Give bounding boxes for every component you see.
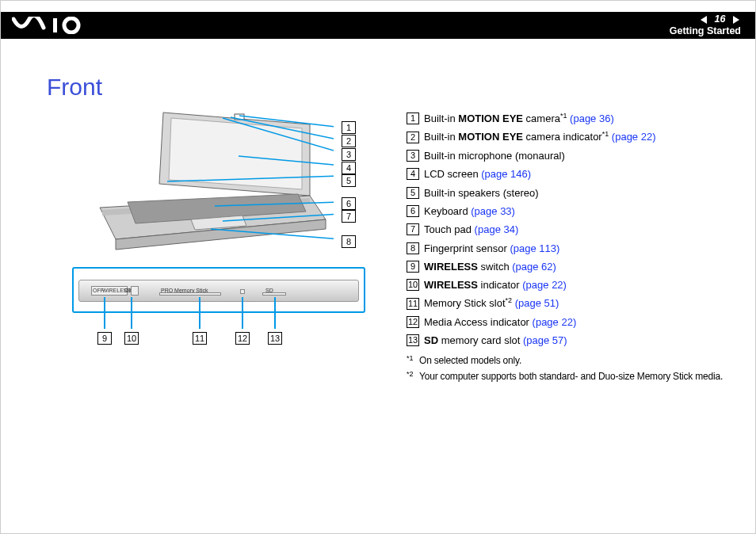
footnotes: *1On selected models only.*2Your compute… bbox=[407, 353, 739, 383]
footnote: *1On selected models only. bbox=[407, 353, 739, 368]
callout-box: 2 bbox=[342, 135, 356, 147]
page-ref-link[interactable]: (page 113) bbox=[510, 242, 559, 254]
legend-text: Fingerprint sensor (page 113) bbox=[424, 242, 559, 254]
legend-number: 4 bbox=[407, 168, 419, 180]
legend-text: WIRELESS indicator (page 22) bbox=[424, 279, 567, 291]
callout-box: 8 bbox=[342, 235, 356, 248]
legend-number: 12 bbox=[407, 316, 419, 328]
page-ref-link[interactable]: (page 22) bbox=[612, 131, 656, 143]
legend-number: 3 bbox=[407, 150, 419, 162]
legend-row: 6Keyboard (page 33) bbox=[407, 203, 739, 219]
page-ref-link[interactable]: (page 22) bbox=[522, 279, 567, 291]
legend-row: 8Fingerprint sensor (page 113) bbox=[407, 240, 739, 256]
callout-box: 13 bbox=[268, 332, 282, 345]
page-title: Front bbox=[47, 74, 102, 101]
callout-box: 5 bbox=[342, 174, 356, 187]
next-page-icon[interactable] bbox=[733, 16, 739, 24]
legend-number: 9 bbox=[407, 261, 419, 273]
page-ref-link[interactable]: (page 57) bbox=[523, 334, 567, 346]
callout-box: 3 bbox=[342, 148, 356, 161]
callout-box: 6 bbox=[342, 197, 356, 210]
callout-box: 9 bbox=[97, 332, 112, 345]
legend-number: 8 bbox=[407, 242, 419, 254]
legend-text: Built-in speakers (stereo) bbox=[424, 186, 539, 198]
legend-number: 6 bbox=[407, 205, 419, 217]
callout-box: 11 bbox=[193, 332, 207, 345]
legend-row: 5Built-in speakers (stereo) bbox=[407, 185, 739, 200]
callout-box: 4 bbox=[342, 162, 356, 174]
legend-text: WIRELESS switch (page 62) bbox=[424, 261, 556, 273]
page-nav: 16 bbox=[670, 13, 741, 25]
page-ref-link[interactable]: (page 34) bbox=[475, 223, 519, 235]
vaio-logo-svg bbox=[12, 17, 99, 34]
legend-number: 5 bbox=[407, 187, 419, 199]
legend-row: 7Touch pad (page 34) bbox=[407, 221, 739, 237]
legend-row: 4LCD screen (page 146) bbox=[407, 166, 739, 181]
laptop-drawing bbox=[72, 109, 334, 267]
prev-page-icon[interactable] bbox=[701, 16, 707, 24]
legend-number: 7 bbox=[407, 223, 419, 235]
callout-box: 1 bbox=[342, 121, 356, 134]
legend-row: 1Built-in MOTION EYE camera*1 (page 36) bbox=[407, 110, 739, 126]
legend-text: LCD screen (page 146) bbox=[424, 168, 531, 180]
legend-text: SD memory card slot (page 57) bbox=[424, 334, 567, 346]
page-number: 16 bbox=[712, 13, 729, 25]
callout-box: 12 bbox=[235, 332, 250, 345]
legend-number: 2 bbox=[407, 132, 419, 143]
legend-text: Media Access indicator (page 22) bbox=[424, 316, 576, 328]
footnote: *2Your computer supports both standard- … bbox=[407, 369, 739, 383]
svg-rect-0 bbox=[53, 18, 57, 32]
vaio-logo bbox=[12, 17, 99, 34]
legend-row: 9WIRELESS switch (page 62) bbox=[407, 258, 739, 274]
header-bar: 16 Getting Started bbox=[1, 12, 755, 39]
legend-text: Built-in MOTION EYE camera indicator*1 (… bbox=[424, 131, 656, 143]
legend-text: Keyboard (page 33) bbox=[424, 205, 515, 217]
legend-row: 2Built-in MOTION EYE camera indicator*1 … bbox=[407, 128, 739, 144]
illustration: 1 2 3 4 5 6 7 8 OFF WIRELESS ON PRO Memo… bbox=[72, 109, 389, 354]
legend-row: 10WIRELESS indicator (page 22) bbox=[407, 277, 739, 292]
page-ref-link[interactable]: (page 22) bbox=[533, 316, 577, 328]
legend-row: 12Media Access indicator (page 22) bbox=[407, 314, 739, 330]
legend-row: 11Memory Stick slot*2 (page 51) bbox=[407, 295, 739, 311]
page-ref-link[interactable]: (page 36) bbox=[570, 113, 614, 124]
legend-number: 1 bbox=[407, 113, 419, 124]
svg-point-1 bbox=[64, 18, 78, 32]
legend-text: Built-in microphone (monaural) bbox=[424, 150, 565, 162]
header-right: 16 Getting Started bbox=[670, 13, 741, 37]
page-ref-link[interactable]: (page 62) bbox=[512, 261, 556, 273]
legend-text: Touch pad (page 34) bbox=[424, 223, 518, 235]
legend-number: 11 bbox=[407, 298, 419, 310]
callout-box: 7 bbox=[342, 210, 356, 223]
page-ref-link[interactable]: (page 33) bbox=[471, 205, 515, 217]
page-ref-link[interactable]: (page 51) bbox=[515, 297, 559, 309]
legend-number: 10 bbox=[407, 279, 419, 291]
section-title: Getting Started bbox=[670, 25, 741, 37]
legend-row: 13SD memory card slot (page 57) bbox=[407, 332, 739, 348]
legend-number: 13 bbox=[407, 334, 419, 346]
page: 16 Getting Started Front bbox=[0, 0, 756, 534]
svg-marker-3 bbox=[169, 118, 302, 189]
callout-box: 10 bbox=[124, 332, 139, 345]
legend-row: 3Built-in microphone (monaural) bbox=[407, 147, 739, 163]
legend-text: Built-in MOTION EYE camera*1 (page 36) bbox=[424, 113, 614, 124]
front-edge-panel: OFF WIRELESS ON PRO Memory Stick SD bbox=[72, 267, 365, 313]
page-ref-link[interactable]: (page 146) bbox=[481, 168, 531, 180]
legend-list: 1Built-in MOTION EYE camera*1 (page 36)2… bbox=[407, 110, 739, 385]
legend-text: Memory Stick slot*2 (page 51) bbox=[424, 297, 559, 309]
